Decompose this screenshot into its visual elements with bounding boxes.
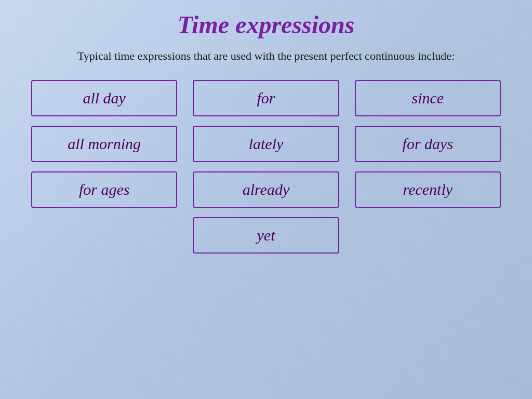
card-for-days: for days [355,126,501,162]
card-for-ages: for ages [31,171,177,208]
card-all-day: all day [31,80,177,116]
card-lately: lately [193,126,339,162]
card-since: since [355,80,501,116]
cards-grid: all day for since all morning lately for… [21,80,511,254]
page-title: Time expressions [178,10,355,39]
card-recently: recently [355,171,501,208]
card-all-morning: all morning [31,126,177,162]
card-yet: yet [193,217,339,254]
page: Time expressions Typical time expression… [0,0,532,399]
card-already: already [193,171,339,208]
card-for: for [193,80,339,116]
page-subtitle: Typical time expressions that are used w… [77,47,455,64]
